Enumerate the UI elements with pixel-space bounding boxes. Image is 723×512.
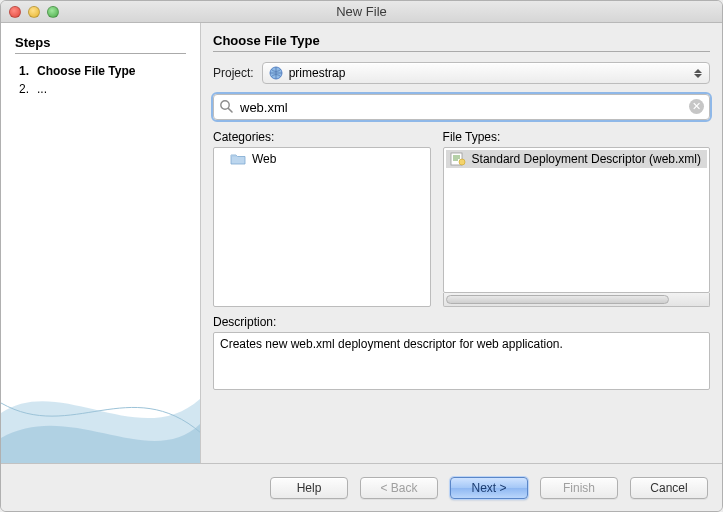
search-icon xyxy=(219,99,234,117)
project-label: Project: xyxy=(213,66,254,80)
categories-label: Categories: xyxy=(213,130,431,144)
description-label: Description: xyxy=(213,315,710,329)
category-item-web[interactable]: Web xyxy=(216,150,428,168)
window-title: New File xyxy=(1,4,722,19)
step-label: ... xyxy=(37,82,47,96)
filter-search: ✕ xyxy=(213,94,710,120)
filetypes-column: File Types: Standard Deployment Descript… xyxy=(443,130,710,307)
category-filetype-lists: Categories: Web File Types: xyxy=(213,130,710,307)
step-label: Choose File Type xyxy=(37,64,135,78)
next-button[interactable]: Next > xyxy=(450,477,528,499)
categories-list[interactable]: Web xyxy=(213,147,431,307)
select-stepper-icon xyxy=(691,66,705,80)
finish-button[interactable]: Finish xyxy=(540,477,618,499)
project-value: primestrap xyxy=(289,66,346,80)
project-select[interactable]: primestrap xyxy=(262,62,710,84)
step-number: 1. xyxy=(15,64,29,78)
folder-icon xyxy=(230,152,246,166)
description-text: Creates new web.xml deployment descripto… xyxy=(213,332,710,390)
step-item-pending: 2. ... xyxy=(15,80,186,98)
filetype-label: Standard Deployment Descriptor (web.xml) xyxy=(472,152,701,166)
cancel-button[interactable]: Cancel xyxy=(630,477,708,499)
back-button[interactable]: < Back xyxy=(360,477,438,499)
horizontal-scrollbar[interactable] xyxy=(443,293,710,307)
search-input[interactable] xyxy=(213,94,710,120)
wizard-main-panel: Choose File Type Project: primestrap xyxy=(201,23,722,463)
window-titlebar: New File xyxy=(1,1,722,23)
wizard-button-bar: Help < Back Next > Finish Cancel xyxy=(1,463,722,511)
filetypes-list[interactable]: Standard Deployment Descriptor (web.xml) xyxy=(443,147,710,293)
categories-column: Categories: Web xyxy=(213,130,431,307)
filetypes-label: File Types: xyxy=(443,130,710,144)
step-number: 2. xyxy=(15,82,29,96)
wizard-sidebar: Steps 1. Choose File Type 2. ... xyxy=(1,23,201,463)
dialog-content: Steps 1. Choose File Type 2. ... Choose … xyxy=(1,23,722,463)
xml-file-icon xyxy=(450,152,466,166)
steps-heading: Steps xyxy=(15,35,186,54)
steps-list: 1. Choose File Type 2. ... xyxy=(15,62,186,98)
help-button[interactable]: Help xyxy=(270,477,348,499)
step-item-choose-file-type: 1. Choose File Type xyxy=(15,62,186,80)
scrollbar-thumb[interactable] xyxy=(446,295,669,304)
category-label: Web xyxy=(252,152,276,166)
panel-heading: Choose File Type xyxy=(213,33,710,52)
project-row: Project: primestrap xyxy=(213,62,710,84)
clear-search-icon[interactable]: ✕ xyxy=(689,99,704,114)
svg-line-2 xyxy=(228,108,232,112)
decorative-swoosh xyxy=(1,343,201,463)
filetype-item-web-xml[interactable]: Standard Deployment Descriptor (web.xml) xyxy=(446,150,707,168)
svg-point-4 xyxy=(459,159,465,165)
globe-icon xyxy=(269,66,283,80)
